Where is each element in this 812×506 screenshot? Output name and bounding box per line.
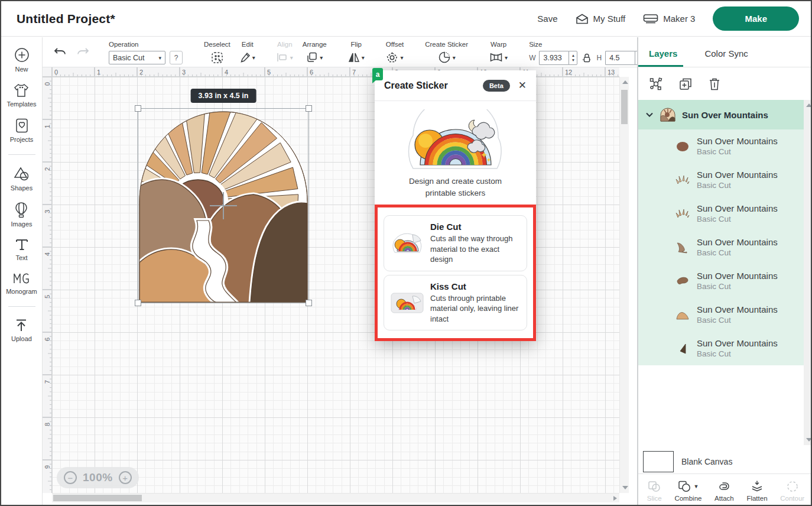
selection-handle[interactable] <box>306 105 312 112</box>
layer-row[interactable]: Sun Over MountainsBasic Cut <box>638 163 804 197</box>
tab-layers[interactable]: Layers <box>638 37 683 67</box>
flatten-button[interactable]: Flatten <box>746 480 767 502</box>
combine-button[interactable]: ▼ Combine <box>674 480 701 502</box>
close-icon[interactable]: ✕ <box>518 80 527 90</box>
kiss-cut-option[interactable]: Kiss Cut Cuts through printable material… <box>384 275 527 331</box>
layer-subtitle: Basic Cut <box>697 214 778 225</box>
scrollbar-thumb[interactable] <box>53 495 142 501</box>
flip-button[interactable]: Flip ▾ <box>343 37 369 67</box>
balloon-icon <box>14 202 29 218</box>
canvas-horizontal-scrollbar[interactable] <box>52 493 619 502</box>
layer-row[interactable]: Sun Over MountainsBasic Cut <box>638 129 804 163</box>
width-value[interactable]: 3.933 <box>539 51 569 65</box>
sidebar-item-projects[interactable]: Projects <box>10 118 34 143</box>
zoom-control: − 100% + <box>57 467 139 488</box>
slice-icon <box>647 480 661 493</box>
scroll-down-arrow[interactable] <box>622 486 628 489</box>
selection-handle[interactable] <box>135 105 141 112</box>
sidebar-label: Upload <box>11 335 32 342</box>
layer-row[interactable]: Sun Over MountainsBasic Cut <box>638 197 804 231</box>
layer-title: Sun Over Mountains <box>697 270 778 282</box>
text-icon <box>14 238 30 252</box>
layer-thumbnail-mountain <box>675 242 690 254</box>
sidebar-item-monogram[interactable]: Monogram <box>6 271 37 295</box>
chevron-down-icon: ▼ <box>693 484 699 489</box>
sidebar-item-templates[interactable]: Templates <box>7 83 36 108</box>
layer-row[interactable]: Sun Over MountainsBasic Cut <box>638 264 804 298</box>
upload-icon <box>14 318 29 333</box>
blank-canvas-row[interactable]: Blank Canvas <box>638 449 812 473</box>
layer-subtitle: Basic Cut <box>697 315 778 326</box>
machine-select[interactable]: Maker 3 <box>643 14 695 24</box>
offset-button[interactable]: Offset ▾ <box>381 37 408 67</box>
sidebar-item-new[interactable]: New <box>14 47 30 73</box>
caption-line-1: Design and create custom <box>375 176 536 187</box>
project-title[interactable]: Untitled Project* <box>1 12 115 26</box>
scrollbar-thumb[interactable] <box>621 90 628 124</box>
inbox-icon <box>576 14 589 24</box>
height-value[interactable]: 4.5 <box>605 51 635 65</box>
chevron-down-icon: ▾ <box>362 54 365 61</box>
layer-actions <box>638 67 812 100</box>
die-cut-option[interactable]: Die Cut Cuts all the way through materia… <box>384 215 527 271</box>
contour-label: Contour <box>780 495 804 502</box>
lock-icon[interactable] <box>582 53 592 63</box>
monogram-icon <box>12 271 30 286</box>
make-button[interactable]: Make <box>713 7 799 31</box>
blank-canvas-label: Blank Canvas <box>681 457 732 466</box>
sidebar-item-images[interactable]: Images <box>11 202 32 228</box>
contour-button[interactable]: Contour <box>780 480 804 502</box>
selection-handle[interactable] <box>135 300 141 306</box>
my-stuff-button[interactable]: My Stuff <box>576 14 626 24</box>
scroll-up-arrow[interactable] <box>806 103 812 107</box>
layer-tools: Slice ▼ Combine Attach Flatten Contour <box>638 473 812 506</box>
layer-title: Sun Over Mountains <box>697 236 778 248</box>
create-sticker-button[interactable]: Create Sticker ▾ <box>420 37 473 67</box>
panel-tabs: Layers Color Sync <box>638 37 812 67</box>
selection-box[interactable]: 3.93 in x 4.5 in <box>138 108 309 303</box>
attach-button[interactable]: Attach <box>714 480 734 502</box>
sidebar-item-upload[interactable]: Upload <box>11 318 32 342</box>
create-sticker-popup: a Create Sticker Beta ✕ <box>375 70 536 341</box>
scroll-right-arrow[interactable] <box>613 496 617 501</box>
layer-list: Sun Over MountainsBasic Cut Sun Over Mou… <box>638 129 804 365</box>
sidebar-item-text[interactable]: Text <box>14 238 30 261</box>
arrange-button[interactable]: Arrange ▾ <box>298 37 332 67</box>
width-input[interactable]: 3.933 ▲▼ <box>539 51 577 65</box>
save-button[interactable]: Save <box>537 14 557 24</box>
slice-button[interactable]: Slice <box>647 480 662 502</box>
size-label: Size <box>529 41 542 48</box>
zoom-out-button[interactable]: − <box>64 471 77 484</box>
canvas-vertical-scrollbar[interactable] <box>619 77 629 493</box>
deselect-button[interactable]: Deselect <box>199 37 235 67</box>
operation-select[interactable]: Basic Cut ▾ <box>109 51 165 64</box>
machine-icon <box>643 14 658 24</box>
duplicate-button[interactable] <box>678 77 693 91</box>
operation-help-button[interactable]: ? <box>170 51 183 64</box>
redo-button[interactable] <box>76 46 90 58</box>
align-icon <box>277 52 288 63</box>
warp-button[interactable]: Warp ▾ <box>485 37 512 67</box>
width-stepper[interactable]: ▲▼ <box>569 51 577 65</box>
undo-button[interactable] <box>53 46 67 58</box>
panel-scrollbar[interactable] <box>804 100 812 445</box>
layer-row[interactable]: Sun Over MountainsBasic Cut <box>638 231 804 264</box>
edit-button[interactable]: Edit ▾ <box>235 37 260 67</box>
tab-color-sync[interactable]: Color Sync <box>694 37 753 67</box>
sidebar-label: Text <box>15 254 27 261</box>
layer-row[interactable]: Sun Over MountainsBasic Cut <box>638 332 804 365</box>
die-cut-title: Die Cut <box>430 222 520 232</box>
zoom-in-button[interactable]: + <box>119 471 132 484</box>
arrange-icon <box>306 51 318 63</box>
selection-handle[interactable] <box>306 300 312 306</box>
layer-group-header[interactable]: Sun Over Mountains <box>638 100 804 129</box>
scroll-up-arrow[interactable] <box>622 80 628 84</box>
popup-caption: Design and create custom printable stick… <box>375 176 536 205</box>
tshirt-icon <box>13 83 30 98</box>
ungroup-button[interactable] <box>649 77 663 91</box>
sidebar-item-shapes[interactable]: Shapes <box>11 166 33 192</box>
layer-row[interactable]: Sun Over MountainsBasic Cut <box>638 298 804 332</box>
scroll-down-arrow[interactable] <box>806 438 812 442</box>
align-button[interactable]: Align ▾ <box>272 37 298 67</box>
delete-button[interactable] <box>708 77 721 91</box>
